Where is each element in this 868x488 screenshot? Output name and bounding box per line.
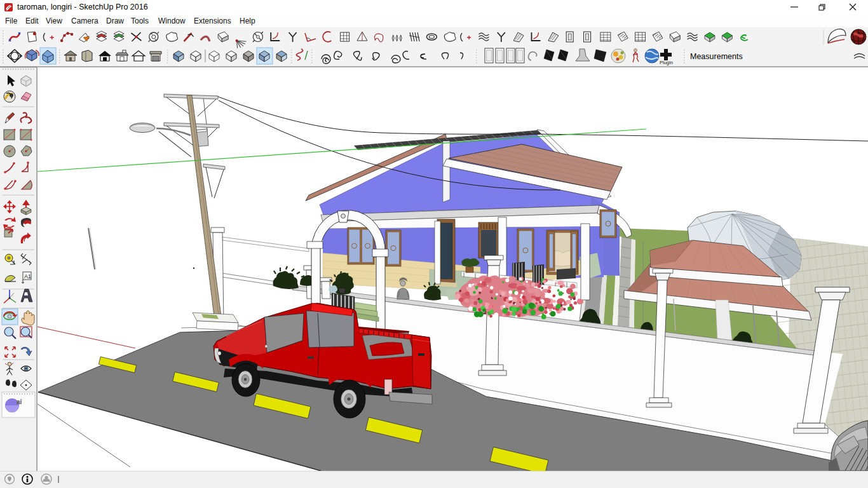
svg-text:Plugin: Plugin xyxy=(660,60,673,65)
svg-text:Measurements: Measurements xyxy=(690,52,743,61)
svg-text:ai: ai xyxy=(17,398,22,405)
svg-text:A1: A1 xyxy=(24,273,31,280)
